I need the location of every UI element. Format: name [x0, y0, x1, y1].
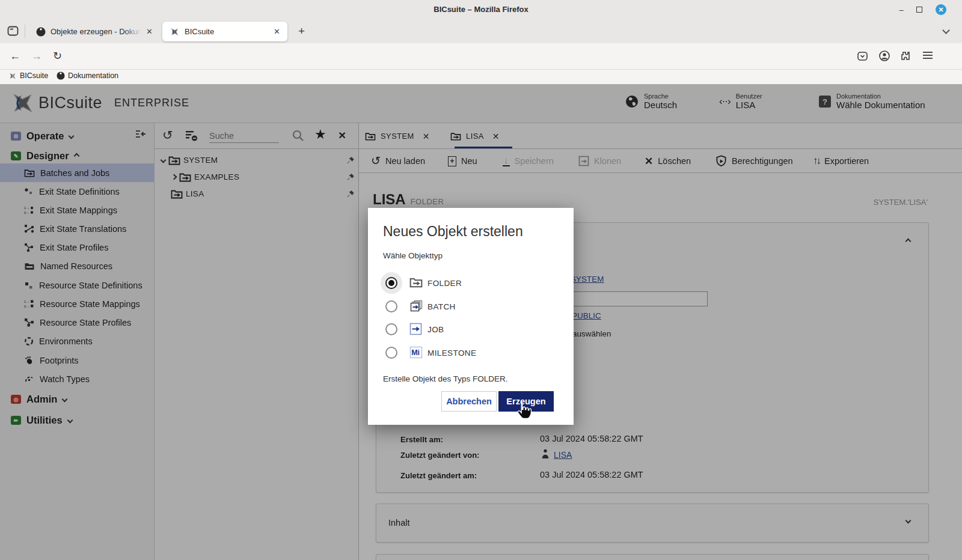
option-job[interactable]: JOB: [368, 318, 574, 341]
export-button[interactable]: ↑↓ Exportieren: [813, 149, 869, 173]
window-maximize-button[interactable]: [914, 4, 925, 15]
expand-section-icon[interactable]: [905, 518, 911, 524]
sidebar-item-footprints[interactable]: Footprints: [0, 351, 155, 370]
changed-at-value: 03 Jul 2024 05:58:22 GMT: [540, 470, 643, 479]
list-all-tabs-icon[interactable]: [942, 26, 950, 34]
save-button[interactable]: ↓ Speichern: [503, 149, 554, 173]
window-minimize-button[interactable]: –: [896, 4, 907, 15]
bookmark-dokumentation[interactable]: Dokumentation: [57, 72, 118, 80]
tree-node-system[interactable]: SYSTEM: [161, 155, 218, 165]
delete-button[interactable]: ✕ Löschen: [645, 149, 691, 173]
pocket-icon[interactable]: [857, 50, 868, 62]
sidebar-item-exit-state-translations[interactable]: Exit State Translations: [0, 219, 155, 238]
browser-tab-dokumentation[interactable]: Objekte erzeugen - Dokume ✕: [31, 22, 158, 41]
forward-icon[interactable]: →: [31, 50, 42, 62]
sidebar-section-admin[interactable]: ◎ Admin: [0, 389, 155, 409]
dialog-title: Neues Objekt erstellen: [383, 224, 523, 240]
dialog-subtitle: Wähle Objekttyp: [383, 251, 443, 260]
page-title: LISAFOLDER: [373, 191, 444, 208]
browser-tab-bicsuite[interactable]: BICsuite ✕: [162, 22, 287, 41]
group-link[interactable]: PUBLIC: [572, 311, 601, 320]
tree-favorites-icon[interactable]: ★: [314, 127, 326, 142]
sidebar: ⚙ Operate ✎ Designer Batches and Jobs Ex…: [0, 123, 155, 560]
radio-folder[interactable]: [385, 277, 397, 289]
pin-icon[interactable]: [346, 190, 355, 199]
user-menu[interactable]: ‹··› Benutzer LISA: [719, 93, 762, 111]
workspace-tab-system[interactable]: SYSTEM ✕: [365, 123, 430, 149]
bicsuite-logo: [10, 91, 36, 115]
sidebar-item-resource-state-profiles[interactable]: Resource State Profiles: [0, 313, 155, 332]
back-icon[interactable]: ←: [10, 50, 20, 62]
new-button[interactable]: + Neu: [448, 149, 477, 173]
menu-icon[interactable]: [922, 51, 933, 59]
dialog-message: Erstelle Objekt des Typs FOLDER.: [383, 374, 508, 383]
user-code-icon: ‹··›: [719, 96, 731, 108]
reload-button[interactable]: ↺ Neu laden: [371, 149, 425, 173]
chevron-down-icon: [67, 418, 73, 424]
changed-by-link[interactable]: LISA: [554, 450, 572, 460]
tree-node-lisa[interactable]: LISA: [171, 189, 204, 199]
new-tab-button[interactable]: +: [298, 25, 305, 38]
sidebar-section-operate[interactable]: ⚙ Operate: [0, 126, 155, 146]
cancel-button[interactable]: Abbrechen: [441, 391, 497, 412]
option-folder[interactable]: FOLDER: [368, 272, 574, 294]
tab-close-icon[interactable]: ✕: [146, 27, 153, 36]
tab-close-icon[interactable]: ✕: [274, 27, 280, 36]
workspace-tab-lisa[interactable]: LISA ✕: [450, 123, 500, 149]
bookmark-bicsuite[interactable]: BICsuite: [8, 72, 48, 80]
next-section-card: [376, 554, 929, 560]
sidebar-item-watch-types[interactable]: Watch Types: [0, 370, 155, 388]
pin-icon[interactable]: [346, 156, 355, 165]
tree-node-examples[interactable]: EXAMPLES: [172, 172, 239, 182]
sidebar-item-batches-and-jobs[interactable]: Batches and Jobs: [0, 163, 155, 182]
create-object-dialog: Neues Objekt erstellen Wähle Objekttyp F…: [368, 208, 574, 425]
firefox-view-icon[interactable]: [7, 26, 19, 36]
brand-title: BICsuite: [38, 94, 102, 112]
clone-button[interactable]: Klonen: [578, 149, 621, 173]
tree-filter-icon[interactable]: [185, 130, 198, 142]
docs-selector[interactable]: ? Dokumentation Wähle Dokumentation: [819, 93, 925, 111]
svg-text:0→: 0→: [24, 305, 29, 308]
sort-arrows-icon: ↑↓: [813, 155, 820, 167]
content-section-card[interactable]: Inhalt: [376, 504, 929, 543]
sidebar-item-resource-state-mappings[interactable]: 1→0→ Resource State Mappings: [0, 294, 155, 313]
language-selector[interactable]: Sprache Deutsch: [625, 93, 677, 111]
radio-batch[interactable]: [385, 300, 397, 312]
tree-clear-icon[interactable]: ×: [339, 128, 346, 142]
window-close-button[interactable]: ✕: [936, 4, 946, 15]
sidebar-item-named-resources[interactable]: Named Resources: [0, 257, 155, 275]
maximize-icon: [916, 7, 922, 13]
window-titlebar[interactable]: BICsuite – Mozilla Firefox – ✕: [0, 0, 962, 19]
sidebar-item-resource-state-definitions[interactable]: Resource State Definitions: [0, 276, 155, 294]
extensions-icon[interactable]: [899, 50, 911, 62]
sidebar-item-exit-state-mappings[interactable]: 1→0→ Exit State Mappings: [0, 201, 155, 219]
sidebar-item-environments[interactable]: Environments: [0, 332, 155, 350]
workspace-tabs: SYSTEM ✕ LISA ✕: [359, 123, 962, 149]
option-milestone[interactable]: Mi MILESTONE: [368, 341, 574, 364]
option-batch[interactable]: BATCH: [368, 295, 574, 318]
translation-dots-icon: [24, 224, 34, 233]
parent-folder-link[interactable]: SYSTEM: [571, 275, 604, 284]
folder-arrow-icon: [171, 189, 183, 199]
sidebar-section-utilities[interactable]: ✏ Utilities: [0, 410, 155, 430]
pin-icon[interactable]: [346, 173, 355, 182]
sidebar-item-exit-state-definitions[interactable]: Exit State Definitions: [0, 182, 155, 201]
sidebar-item-exit-state-profiles[interactable]: Exit State Profiles: [0, 238, 155, 257]
collapse-section-icon[interactable]: [905, 239, 911, 245]
help-icon: ?: [819, 96, 831, 108]
radio-milestone[interactable]: [385, 347, 397, 359]
account-icon[interactable]: [878, 50, 890, 62]
tree-refresh-icon[interactable]: ↺: [162, 129, 173, 142]
reload-icon[interactable]: ↻: [53, 50, 62, 62]
collapse-sidebar-icon[interactable]: [135, 129, 147, 140]
permissions-button[interactable]: Berechtigungen: [715, 149, 793, 173]
operate-icon: ⚙: [11, 132, 21, 141]
radio-job[interactable]: [385, 323, 397, 335]
tab-close-icon[interactable]: ✕: [492, 132, 500, 141]
changed-by-label: Zuletzt geändert von:: [400, 451, 479, 460]
tree-search-input[interactable]: [209, 129, 279, 143]
chevron-down-icon: [161, 157, 167, 163]
bookmarks-bar: BICsuite Dokumentation: [0, 70, 962, 84]
tab-close-icon[interactable]: ✕: [423, 132, 430, 141]
tree-search-icon[interactable]: [292, 129, 305, 142]
